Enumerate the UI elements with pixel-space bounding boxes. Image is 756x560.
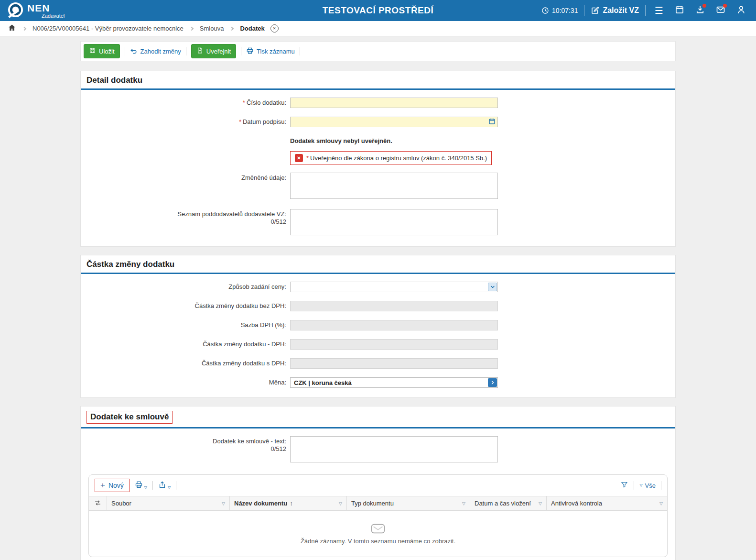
filter-triangle-icon[interactable]: ▽ (539, 501, 542, 506)
print-record-button[interactable]: Tisk záznamu (246, 47, 295, 56)
caret-down-icon: ▽ (168, 485, 171, 490)
char-counter: 0/512 (81, 218, 286, 226)
edit-icon (591, 6, 599, 15)
dodatek-text-label: Dodatek ke smlouvě - text: 0/512 (81, 436, 290, 464)
publish-button[interactable]: Uveřejnit (191, 44, 236, 58)
date-picker-button[interactable] (487, 118, 497, 126)
separator (176, 481, 176, 490)
breadcrumb-item-smlouva[interactable]: Smlouva (200, 25, 224, 32)
home-button[interactable] (8, 23, 16, 33)
brand-name: NEN (27, 3, 65, 13)
zpusob-zadani-ceny-select[interactable] (290, 282, 498, 292)
publish-icon (196, 47, 204, 55)
zmenene-udaje-label: Změněné údaje: (81, 173, 290, 200)
castka-s-dph-input (290, 358, 498, 369)
castka-dph-input (290, 339, 498, 350)
filter-triangle-icon[interactable]: ▽ (339, 501, 342, 506)
cislo-dodatku-input[interactable] (290, 98, 498, 108)
sort-asc-icon: ↑ (290, 500, 293, 507)
main-content: Uložit Zahodit změny Uveřejnit Tisk zázn… (0, 36, 756, 560)
mena-label: Měna: (81, 377, 290, 388)
new-document-button[interactable]: + Nový (95, 479, 130, 492)
create-vz-button[interactable]: Založit VZ (591, 6, 639, 15)
chevron-right-icon (190, 26, 194, 30)
separator (584, 5, 584, 16)
grid-toolbar: + Nový ▽ ▽ (89, 475, 667, 496)
datum-podpisu-input[interactable] (290, 117, 498, 127)
error-x-icon: ✕ (295, 154, 303, 162)
separator (241, 47, 241, 55)
discard-changes-button[interactable]: Zahodit změny (130, 47, 181, 56)
grid-empty-state: Žádné záznamy. V tomto seznamu nemáme co… (89, 511, 667, 557)
column-settings-icon (94, 499, 101, 508)
funnel-icon (620, 481, 628, 490)
separator (634, 481, 634, 490)
sazba-dph-label: Sazba DPH (%): (81, 320, 290, 330)
close-icon: ✕ (273, 27, 276, 31)
registry-law-highlight: ✕ *Uveřejněno dle zákona o registru smlu… (290, 151, 492, 165)
zpusob-zadani-ceny-label: Způsob zadání ceny: (81, 282, 290, 292)
profile-button[interactable] (734, 3, 748, 18)
empty-message: Žádné záznamy. V tomto seznamu nemáme co… (301, 538, 455, 545)
calendar-icon (488, 118, 496, 126)
grid-header: Soubor ▽ Název dokumentu ↑ ▽ Typ dokumen… (89, 496, 667, 511)
chevron-down-icon[interactable] (488, 283, 497, 291)
discard-icon (130, 47, 138, 56)
downloads-button[interactable] (693, 3, 707, 18)
time-text: 10:07:31 (552, 7, 578, 14)
mena-field[interactable]: CZK | koruna česká (290, 377, 498, 388)
grid-columns-button[interactable] (89, 496, 107, 510)
chevron-right-icon[interactable] (488, 378, 497, 387)
separator (152, 481, 153, 490)
environment-title: TESTOVACÍ PROSTŘEDÍ (323, 5, 434, 16)
breadcrumb-item-procurement[interactable]: N006/25/V00005641 - Výběr provozovatele … (32, 25, 184, 32)
zmenene-udaje-textarea[interactable] (290, 173, 498, 199)
grid-print-button[interactable]: ▽ (135, 481, 147, 490)
filter-triangle-icon[interactable]: ▽ (222, 501, 225, 506)
export-icon (158, 481, 166, 490)
column-header-nazev-dokumentu[interactable]: Název dokumentu ↑ ▽ (230, 496, 347, 510)
calendar-icon (675, 5, 684, 17)
page: NEN Zadavatel TESTOVACÍ PROSTŘEDÍ 10:07:… (0, 0, 756, 560)
separator (186, 47, 186, 55)
section-title-amount: Částka změny dodatku (86, 260, 174, 269)
section-title-addendum: Dodatek ke smlouvě (86, 411, 173, 424)
registry-law-note: *Uveřejněno dle zákona o registru smluv … (306, 154, 487, 162)
seznam-poddodavatelu-label: Seznam poddodavatelů dodavatele VZ: 0/51… (81, 209, 290, 237)
clock: 10:07:31 (541, 7, 578, 14)
column-header-datum-vlozeni[interactable]: Datum a čas vložení ▽ (470, 496, 547, 510)
clock-icon (541, 7, 549, 14)
separator (300, 47, 300, 55)
castka-bez-dph-input (290, 301, 498, 311)
caret-down-icon: ▽ (144, 485, 147, 490)
filter-button[interactable] (620, 481, 628, 490)
castka-bez-dph-label: Částka změny dodatku bez DPH: (81, 301, 290, 311)
column-header-antivirova-kontrola[interactable]: Antivirová kontrola ▽ (547, 496, 667, 510)
section-title-detail: Detail dodatku (86, 76, 142, 85)
dodatek-text-textarea[interactable] (290, 436, 498, 462)
user-icon (736, 5, 746, 17)
nen-logo-icon (8, 2, 23, 19)
calendar-button[interactable] (672, 3, 687, 18)
caret-down-icon: ▽ (639, 483, 642, 488)
menu-button[interactable]: ☰ (652, 3, 666, 18)
not-published-note: Dodatek smlouvy nebyl uveřejněn. (290, 136, 500, 144)
column-header-typ-dokumentu[interactable]: Typ dokumentu ▽ (347, 496, 470, 510)
save-icon (89, 47, 96, 55)
show-all-button[interactable]: ▽ Vše (639, 482, 656, 489)
printer-icon (246, 47, 254, 56)
seznam-poddodavatelu-textarea[interactable] (290, 209, 498, 235)
filter-triangle-icon[interactable]: ▽ (659, 501, 663, 506)
plus-icon: + (100, 483, 105, 488)
messages-button[interactable] (713, 3, 728, 18)
datum-podpisu-label: *Datum podpisu: (81, 117, 290, 127)
column-header-soubor[interactable]: Soubor ▽ (107, 496, 230, 510)
close-tab-button[interactable]: ✕ (270, 24, 279, 33)
nen-brand[interactable]: NEN Zadavatel (8, 2, 65, 19)
grid-export-button[interactable]: ▽ (158, 481, 171, 490)
filter-triangle-icon[interactable]: ▽ (462, 501, 465, 506)
sazba-dph-input (290, 320, 498, 330)
detail-section: Detail dodatku *Číslo dodatku: (80, 71, 676, 247)
save-button[interactable]: Uložit (84, 44, 120, 58)
breadcrumb: N006/25/V00005641 - Výběr provozovatele … (0, 21, 756, 36)
